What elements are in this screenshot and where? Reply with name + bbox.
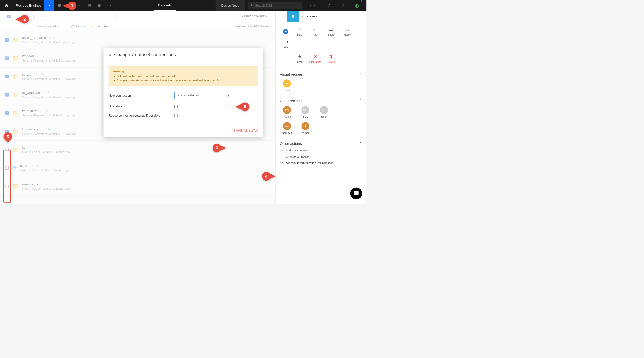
warning-item: Changing datasets connections can break … <box>117 79 254 83</box>
warning-box: Warning Data will not be moved and will … <box>109 66 258 86</box>
new-connection-select[interactable]: Nothing selected ▾ <box>174 92 232 99</box>
python-recipe[interactable]: PyPython <box>280 106 294 119</box>
sql-recipe[interactable]: SQLSQL <box>298 106 313 119</box>
clear-data-action[interactable]: ✕Clear data <box>307 52 323 65</box>
topbar: Recipes Engines ⫘ ▦ </> ▷ ▤ ▣ ⋯ Datasets… <box>0 0 366 11</box>
modal-title: Change 7 dataset connections <box>114 52 240 57</box>
shell-recipe[interactable]: >_Shell <box>317 106 331 119</box>
datasets-tab[interactable]: Datasets <box>154 0 176 11</box>
chevron-down-icon: ▾ <box>228 94 229 97</box>
app-logo[interactable] <box>0 0 13 11</box>
dataset-badge-icon: ≡ <box>287 11 299 22</box>
sparksql-recipe[interactable]: SparkSpark SQL <box>280 122 294 135</box>
callout-4: 4 <box>262 172 276 181</box>
close-icon[interactable]: ✕ <box>252 53 258 56</box>
trash-icon: 🗑 <box>329 54 333 59</box>
shell-icon: >_ <box>320 106 328 114</box>
watch-action[interactable]: 👁Watch <box>280 38 296 51</box>
play-icon: ▷ <box>298 27 301 32</box>
minimize-icon[interactable]: — <box>243 53 249 56</box>
change-connection-modal: ≡ Change 7 dataset connections — ✕ Warni… <box>104 48 263 137</box>
tag-action[interactable]: 🏷Tag <box>307 25 323 38</box>
chevron-up-icon: ⌃ <box>359 99 362 103</box>
add-action[interactable]: + <box>280 25 292 38</box>
right-header: → ≡ 7 datasets <box>276 11 366 22</box>
code-recipes-title[interactable]: Code recipes⌃ <box>280 99 362 103</box>
pyspark-icon: ✦ <box>301 122 309 130</box>
stack-icon: ≡ <box>283 79 291 87</box>
stack-icon[interactable]: ▤ <box>84 0 94 11</box>
more-icon[interactable]: ⋯ <box>104 0 114 11</box>
python-icon: Py <box>283 106 291 114</box>
new-connection-label: New connection <box>109 94 174 97</box>
square-icon[interactable]: ▣ <box>94 0 104 11</box>
drop-data-label: Drop data <box>109 105 174 108</box>
help-icon[interactable]: ? <box>324 0 334 11</box>
add-scenario-action[interactable]: ▷Add to a scenario <box>280 149 362 152</box>
profile-icon[interactable]: ◐ <box>352 0 362 11</box>
callout-3: 3 <box>4 132 12 141</box>
save-anyway-button[interactable]: SAVE ANYWAY <box>234 129 258 133</box>
chat-widget[interactable] <box>350 188 362 200</box>
apps-icon[interactable]: ⋮⋮⋮ <box>309 0 319 11</box>
search-dss-input[interactable] <box>255 4 299 7</box>
search-dss[interactable]: 🔍 <box>248 2 302 9</box>
warning-title: Warning <box>113 70 254 73</box>
other-actions-title[interactable]: Other actions⌃ <box>280 141 362 146</box>
topbar-center: Datasets <box>114 0 215 11</box>
design-node[interactable]: Design Node <box>216 0 245 11</box>
visual-recipes-title[interactable]: Visual recipes⌃ <box>280 72 362 77</box>
callout-6: 6 <box>213 144 226 152</box>
reuse-checkbox[interactable] <box>174 114 178 117</box>
database-icon: ≡ <box>109 52 111 57</box>
warning-item: Data will not be moved and will have to … <box>117 74 254 78</box>
code-recipes-section: Code recipes⌃ PyPython SQLSQL >_Shell Sp… <box>276 95 366 138</box>
callout-3-box <box>3 150 11 203</box>
reuse-label: Reuse connection settings if possible <box>109 114 174 117</box>
star-icon: ★ <box>298 54 302 59</box>
tag-icon: 🏷 <box>313 27 317 32</box>
sql-icon: SQL <box>301 106 309 114</box>
publish-action[interactable]: ▭Publish <box>339 25 355 38</box>
chevron-up-icon: ⌃ <box>359 141 362 146</box>
callout-1: 1 <box>63 2 76 10</box>
eye-icon: 👁 <box>285 40 290 45</box>
callout-5: 5 <box>235 103 249 111</box>
visual-recipes-section: Visual recipes⌃ ≡Stack <box>276 69 366 95</box>
drop-data-checkbox[interactable] <box>174 105 178 108</box>
pyspark-recipe[interactable]: ✦PySpark <box>298 122 313 135</box>
callout-2: 2 <box>15 15 29 23</box>
x-icon: ✕ <box>313 54 317 59</box>
topbar-right: ⋮⋮⋮ ? ↗ ◐ <box>305 0 367 11</box>
publish-icon: ▭ <box>345 27 349 32</box>
right-panel: → ≡ 7 datasets + ▷Build 🏷Tag ⇄Share ▭Pub… <box>275 11 366 204</box>
actions-grid: + ▷Build 🏷Tag ⇄Share ▭Publish 👁Watch ★St… <box>276 22 366 69</box>
sparksql-icon: Spark <box>283 122 291 130</box>
project-title[interactable]: Recipes Engines <box>13 4 44 8</box>
forward-icon: ▷▷ <box>280 161 284 165</box>
chevron-up-icon: ⌃ <box>359 72 362 77</box>
build-action[interactable]: ▷Build <box>292 25 308 38</box>
play-icon: ▷ <box>280 149 284 152</box>
search-icon: 🔍 <box>251 4 253 7</box>
delete-action[interactable]: 🗑Delete <box>323 52 339 65</box>
dataset-count: 7 datasets <box>302 14 317 18</box>
share-icon: ⇄ <box>329 27 333 32</box>
share-action[interactable]: ⇄Share <box>323 25 339 38</box>
activity-icon[interactable]: ↗ <box>338 0 348 11</box>
other-actions-section: Other actions⌃ ▷Add to a scenario ≡Chang… <box>276 138 366 168</box>
collapse-icon[interactable]: → <box>280 14 285 19</box>
flow-icon[interactable]: ⫘ <box>44 0 54 11</box>
plus-icon: + <box>283 29 288 34</box>
star-action[interactable]: ★Star <box>292 52 308 65</box>
stack-recipe[interactable]: ≡Stack <box>280 79 294 92</box>
change-connection-action[interactable]: ≡Change connection <box>280 155 362 158</box>
virtualization-action[interactable]: ▷▷Allow build virtualization (for pipeli… <box>280 161 362 165</box>
database-icon: ≡ <box>280 155 284 158</box>
